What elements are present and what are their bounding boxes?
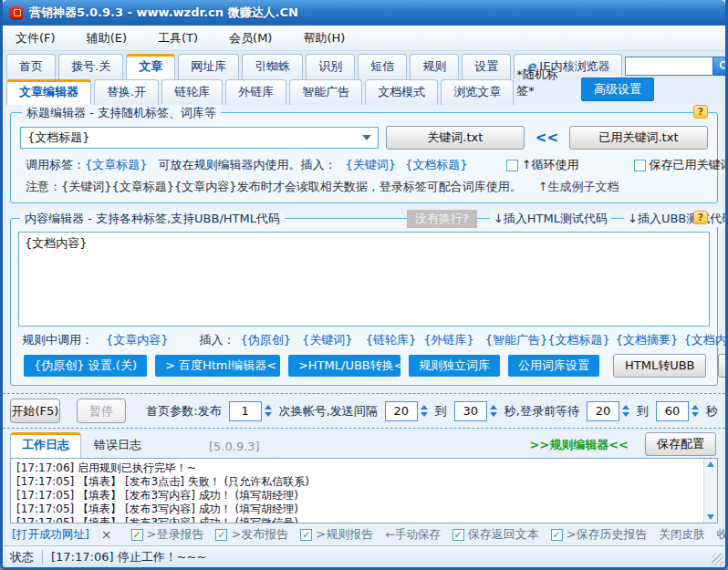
- open-success-url-link[interactable]: [打开成功网址]: [12, 527, 89, 543]
- tab-url-library[interactable]: 网址库: [178, 54, 239, 79]
- wait-to-value[interactable]: 60: [656, 401, 689, 421]
- subtab-linkwheel-library[interactable]: 链轮库: [161, 79, 223, 105]
- menu-member[interactable]: 会员(M): [229, 30, 272, 47]
- external-link-tag[interactable]: {外链库}: [423, 332, 474, 348]
- subtab-browse-articles[interactable]: 浏览文章: [441, 79, 514, 105]
- subtab-doc-mode[interactable]: 文档模式: [365, 79, 438, 105]
- keywords-file-button[interactable]: 关键词.txt: [386, 126, 525, 150]
- transfer-left-icon[interactable]: <<: [532, 130, 562, 146]
- save-used-keywords-checkbox[interactable]: 保存已用关键词: [634, 157, 728, 173]
- scroll-up-icon[interactable]: [707, 461, 714, 467]
- titlebar[interactable]: 营销神器5.0.9.3 - www.wzdr.cn 微赚达人.CN: [3, 0, 725, 26]
- checkbox-icon[interactable]: [506, 160, 518, 171]
- tab-spider[interactable]: 引蜘蛛: [242, 54, 303, 79]
- search-button[interactable]: [712, 57, 728, 76]
- checkbox-icon[interactable]: [634, 160, 646, 171]
- publish-count-value[interactable]: 1: [229, 401, 262, 421]
- close-icon[interactable]: ×: [101, 527, 112, 542]
- scroll-down-icon[interactable]: [707, 514, 714, 520]
- tab-home[interactable]: 首页: [6, 54, 56, 79]
- interval-to-stepper[interactable]: 30: [454, 401, 497, 421]
- tab-settings[interactable]: 设置: [462, 54, 511, 79]
- pseudo-original-settings-button[interactable]: {伪原创} 设置.(关): [24, 355, 147, 377]
- checkbox-checked-icon[interactable]: ✓: [452, 529, 464, 541]
- start-button[interactable]: 开始(F5): [10, 399, 60, 423]
- interval-to-value[interactable]: 30: [454, 401, 487, 421]
- interval-from-value[interactable]: 20: [385, 401, 418, 421]
- interval-from-stepper[interactable]: 20: [385, 401, 428, 421]
- wait-from-stepper[interactable]: 20: [587, 401, 629, 421]
- publish-count-stepper[interactable]: 1: [229, 401, 272, 421]
- public-dictionary-button[interactable]: 公用词库设置: [508, 355, 599, 377]
- doc-title-tag[interactable]: {文档标题}: [547, 332, 610, 348]
- keyword-tag[interactable]: {关键词}: [302, 332, 353, 348]
- manual-save-label[interactable]: ←手动保存: [385, 527, 440, 543]
- tab-dial[interactable]: 拨号.关: [58, 54, 123, 79]
- log-output[interactable]: [17:17:06] 启用规则已执行完毕！~ [17:17:05] 【填表】 […: [10, 458, 718, 523]
- tab-article[interactable]: 文章: [126, 54, 175, 79]
- checkbox-checked-icon[interactable]: ✓: [131, 529, 143, 541]
- tab-work-log[interactable]: 工作日志: [10, 432, 81, 458]
- tab-error-log[interactable]: 错误日志: [83, 433, 152, 458]
- menu-file[interactable]: 文件(F): [16, 30, 56, 47]
- insert-doc-title-tag[interactable]: {文档标题}: [405, 157, 468, 173]
- help-icon[interactable]: ?: [693, 211, 708, 224]
- used-keywords-file-button[interactable]: 已用关键词.txt: [569, 126, 708, 150]
- smart-ad-tag[interactable]: {智能广告}: [485, 332, 548, 348]
- insert-ubb-test-link[interactable]: ↓插入UBB测试代码: [624, 211, 728, 227]
- wait-from-value[interactable]: 20: [587, 401, 619, 421]
- rule-editor-link[interactable]: >>规则编辑器<<: [529, 437, 629, 458]
- insert-keyword-tag[interactable]: {关键词}: [346, 157, 397, 173]
- article-title-tag[interactable]: {文章标题}: [85, 157, 148, 173]
- ubb-to-html-button[interactable]: UBB转HTML: [718, 354, 728, 378]
- stepper-arrows-icon[interactable]: [692, 405, 699, 417]
- subtab-smart-ads[interactable]: 智能广告: [289, 79, 362, 105]
- subtab-external-link-library[interactable]: 外链库: [225, 79, 286, 105]
- chevron-down-icon[interactable]: [362, 135, 371, 140]
- tab-sms[interactable]: 短信: [358, 54, 407, 79]
- stepper-arrows-icon[interactable]: [421, 405, 428, 417]
- subtab-replace[interactable]: 替换.开: [94, 79, 159, 105]
- loop-use-checkbox[interactable]: ↑循环使用: [506, 157, 579, 173]
- resize-grip[interactable]: [712, 554, 723, 565]
- advanced-settings-button[interactable]: 高级设置: [581, 78, 654, 101]
- menu-help[interactable]: 帮助(H): [303, 30, 345, 47]
- no-linebreak-button[interactable]: 没有换行?: [407, 210, 477, 228]
- generate-example-link[interactable]: ↑生成例子文档: [538, 179, 619, 195]
- pseudo-original-tag[interactable]: {伪原创}: [241, 332, 292, 348]
- search-input[interactable]: [625, 57, 712, 76]
- save-history-report-checkbox[interactable]: ✓ >保存历史报告: [551, 526, 648, 543]
- stepper-arrows-icon[interactable]: [622, 405, 629, 417]
- checkbox-checked-icon[interactable]: ✓: [551, 529, 563, 541]
- menu-tools[interactable]: 工具(T): [158, 30, 198, 47]
- stepper-arrows-icon[interactable]: [265, 405, 272, 417]
- tab-rules[interactable]: 规则: [410, 54, 459, 79]
- title-combobox[interactable]: {文档标题}: [20, 127, 379, 149]
- checkbox-checked-icon[interactable]: ✓: [215, 529, 227, 541]
- wait-to-stepper[interactable]: 60: [656, 401, 699, 421]
- collector-file-label[interactable]: 收集器1.txt: [717, 527, 728, 543]
- tab-recognize[interactable]: 识别: [306, 54, 355, 79]
- html-ubb-convert-button[interactable]: >HTML/UBB转换<: [288, 355, 400, 377]
- pause-button[interactable]: 暂停: [77, 399, 127, 423]
- log-scrollbar[interactable]: [703, 459, 717, 523]
- login-report-checkbox[interactable]: ✓ >登录报告: [131, 526, 204, 543]
- rule-dictionary-button[interactable]: 规则独立词库: [409, 355, 500, 377]
- baidu-html-editor-button[interactable]: > 百度Html编辑器<: [155, 355, 280, 377]
- insert-html-test-link[interactable]: ↓插入HTML测试代码: [490, 211, 611, 227]
- help-icon[interactable]: ?: [693, 105, 708, 119]
- content-editor-textarea[interactable]: {文档内容}: [18, 232, 710, 326]
- doc-summary-tag[interactable]: {文档摘要}: [616, 332, 679, 348]
- rule-report-checkbox[interactable]: ✓ >规则报告: [300, 526, 373, 543]
- close-skin-link[interactable]: 关闭皮肤: [660, 527, 705, 543]
- subtab-article-editor[interactable]: 文章编辑器: [6, 79, 91, 105]
- doc-content-tag[interactable]: {文档内容}: [683, 332, 728, 348]
- checkbox-checked-icon[interactable]: ✓: [300, 529, 312, 541]
- save-return-text-checkbox[interactable]: ✓ 保存返回文本: [452, 526, 539, 543]
- menu-assist[interactable]: 辅助(E): [87, 30, 127, 47]
- linkwheel-tag[interactable]: {链轮库}: [366, 332, 417, 348]
- html-to-ubb-button[interactable]: HTML转UBB: [613, 354, 707, 378]
- publish-report-checkbox[interactable]: ✓ >发布报告: [215, 526, 288, 543]
- save-config-button[interactable]: 保存配置: [645, 432, 716, 456]
- stepper-arrows-icon[interactable]: [490, 405, 497, 417]
